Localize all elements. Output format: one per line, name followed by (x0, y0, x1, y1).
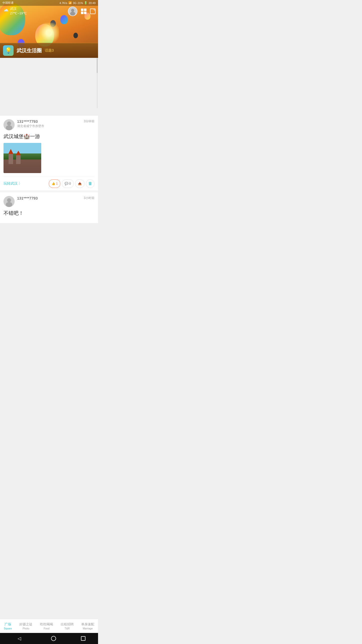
user-avatar-1[interactable] (4, 119, 15, 130)
battery-label: 21% (77, 2, 83, 5)
post-username-2[interactable]: 131****7793 (17, 196, 81, 200)
svg-point-4 (7, 122, 11, 126)
status-right: 4.7K/s 📶 3G 21% 🔋 20:49 (60, 1, 96, 5)
post-footer-1: 玩转武汉 〉 👍 1 💬 0 📤 🗑 (4, 177, 95, 190)
svg-point-1 (71, 9, 74, 12)
castle-tower-left (9, 154, 13, 164)
post-meta-1: 131****7793 湖北省咸宁市赤壁市 (17, 119, 81, 128)
community-name: 武汉生活圈 (17, 47, 42, 54)
comment-button-1[interactable]: 💬 0 (62, 179, 74, 188)
post-location-1: 湖北省咸宁市赤壁市 (17, 124, 81, 128)
svg-point-7 (7, 198, 11, 202)
post-username-1[interactable]: 131****7793 (17, 119, 81, 124)
status-bar: 中国联通 4.7K/s 📶 3G 21% 🔋 20:49 (0, 0, 98, 6)
comment-count-1: 0 (69, 182, 71, 185)
post-header-1: 131****7793 湖北省咸宁市赤壁市 3分钟前 (4, 119, 95, 130)
weather-widget: ⛅ 武汉 27℃~19℃ (3, 7, 27, 16)
like-count-1: 1 (56, 182, 58, 185)
signal-label: 3G (73, 2, 77, 5)
community-topic: 话题3 (45, 48, 54, 53)
community-logo: 💡 (3, 45, 14, 56)
post-time-1: 3分钟前 (84, 119, 95, 124)
action-buttons-1: 👍 1 💬 0 📤 🗑 (49, 179, 95, 188)
delete-button-1[interactable]: 🗑 (86, 179, 95, 188)
svg-point-8 (6, 202, 12, 207)
scrollbar[interactable] (97, 58, 98, 108)
balloon-small-3 (60, 15, 68, 24)
weather-temp: 27℃~19℃ (10, 11, 27, 16)
scrollbar-thumb[interactable] (97, 58, 98, 73)
grid-view-icon[interactable] (81, 9, 86, 14)
wifi-icon: 📶 (68, 1, 72, 5)
community-bar: 💡 武汉生活圈 话题3 (0, 43, 98, 58)
profile-avatar[interactable] (68, 7, 77, 16)
weather-icon: ⛅ (3, 7, 9, 13)
header-actions (68, 7, 96, 16)
share-button-1[interactable]: 📤 (75, 179, 84, 188)
post-card-2: 131****7793 3小时前 不错吧！ (0, 192, 98, 223)
post-meta-2: 131****7793 (17, 196, 81, 200)
post-title-1: 武汉城堡🏰一游 (4, 133, 95, 140)
user-avatar-2[interactable] (4, 196, 15, 207)
post-title-2: 不错吧！ (4, 210, 95, 217)
post-image-1[interactable] (4, 143, 41, 173)
balloon-small-4 (73, 33, 78, 38)
svg-point-2 (70, 12, 75, 16)
post-card-1: 131****7793 湖北省咸宁市赤壁市 3分钟前 武汉城堡🏰一游 玩转武汉 … (0, 116, 98, 190)
post-header-2: 131****7793 3小时前 (4, 196, 95, 207)
compose-icon[interactable] (90, 9, 96, 14)
comment-icon-1: 💬 (65, 182, 68, 185)
network-speed: 4.7K/s (60, 2, 67, 5)
post-time-2: 3小时前 (84, 196, 95, 200)
tower-roof-left (8, 149, 13, 154)
battery-icon: 🔋 (84, 1, 87, 5)
weather-city: 武汉 (10, 7, 27, 11)
banner: ⛅ 武汉 27℃~19℃ 💡 武汉生活圈 话题3 (0, 0, 98, 58)
post-tag-1[interactable]: 玩转武汉 〉 (4, 181, 49, 186)
time-label: 20:49 (88, 2, 96, 5)
tower-roof-right (16, 151, 21, 155)
content-area: 131****7793 湖北省咸宁市赤壁市 3分钟前 武汉城堡🏰一游 玩转武汉 … (0, 116, 98, 223)
delete-icon-1: 🗑 (88, 181, 92, 186)
like-button-1[interactable]: 👍 1 (49, 179, 61, 188)
carrier-label: 中国联通 (3, 1, 14, 5)
share-icon-1: 📤 (78, 182, 82, 185)
like-icon-1: 👍 (52, 182, 55, 185)
castle-tower-right (16, 155, 21, 164)
castle-image (4, 143, 41, 173)
svg-point-5 (6, 125, 12, 130)
sun-glow (39, 23, 59, 43)
